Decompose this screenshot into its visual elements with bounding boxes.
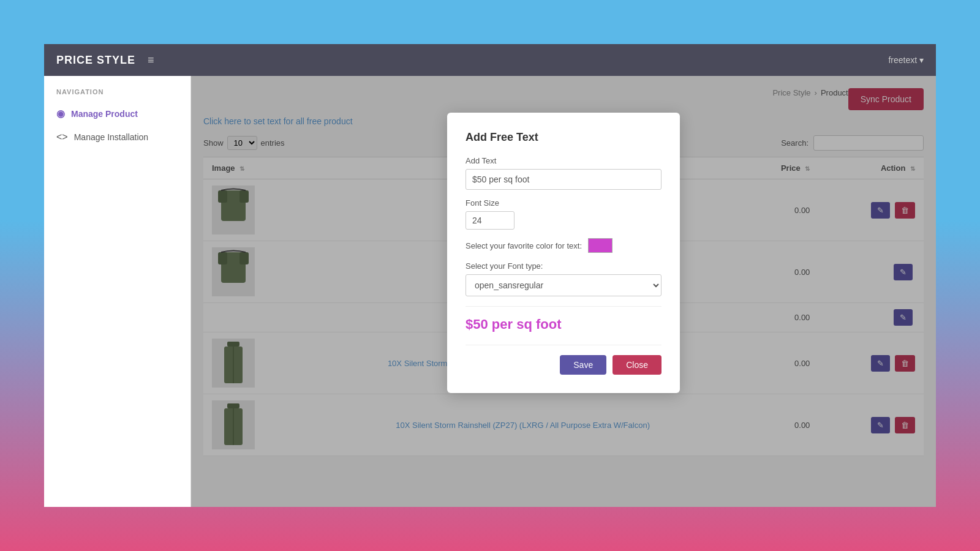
- modal-save-button[interactable]: Save: [560, 355, 606, 375]
- color-label: Select your favorite color for text:: [466, 241, 582, 250]
- modal-title: Add Free Text: [466, 131, 662, 144]
- sidebar-item-manage-installation[interactable]: <> Manage Installation: [44, 126, 190, 149]
- modal-preview-text: $50 per sq foot: [466, 306, 662, 332]
- user-menu[interactable]: freetext: [888, 55, 924, 65]
- color-row: Select your favorite color for text:: [466, 238, 662, 253]
- add-text-label: Add Text: [466, 156, 662, 165]
- color-picker-swatch[interactable]: [588, 238, 612, 253]
- font-size-input[interactable]: [466, 211, 514, 230]
- modal-footer: Save Close: [466, 345, 662, 375]
- modal-close-button[interactable]: Close: [612, 355, 662, 375]
- nav-label: NAVIGATION: [44, 88, 190, 102]
- app-header: PRICE STYLE ≡ freetext: [44, 44, 936, 76]
- sidebar: NAVIGATION ◉ Manage Product <> Manage In…: [44, 76, 191, 507]
- manage-installation-icon: <>: [56, 132, 68, 143]
- font-size-label: Font Size: [466, 198, 662, 208]
- sidebar-item-label-manage-installation: Manage Installation: [74, 132, 148, 142]
- main-content: Sync Product Price Style › Product Click…: [191, 76, 936, 507]
- sidebar-item-label-manage-product: Manage Product: [71, 109, 138, 119]
- add-text-input[interactable]: [466, 169, 662, 190]
- add-free-text-modal: Add Free Text Add Text Font Size Select …: [447, 113, 680, 393]
- font-type-label: Select your Font type:: [466, 261, 662, 271]
- font-type-select[interactable]: open_sansregular Arial Times New Roman V…: [466, 274, 662, 296]
- modal-overlay: Add Free Text Add Text Font Size Select …: [191, 76, 936, 507]
- sidebar-item-manage-product[interactable]: ◉ Manage Product: [44, 102, 190, 126]
- content-area: NAVIGATION ◉ Manage Product <> Manage In…: [44, 76, 936, 507]
- manage-product-icon: ◉: [56, 108, 65, 119]
- menu-icon[interactable]: ≡: [148, 54, 154, 67]
- app-title: PRICE STYLE: [56, 54, 135, 67]
